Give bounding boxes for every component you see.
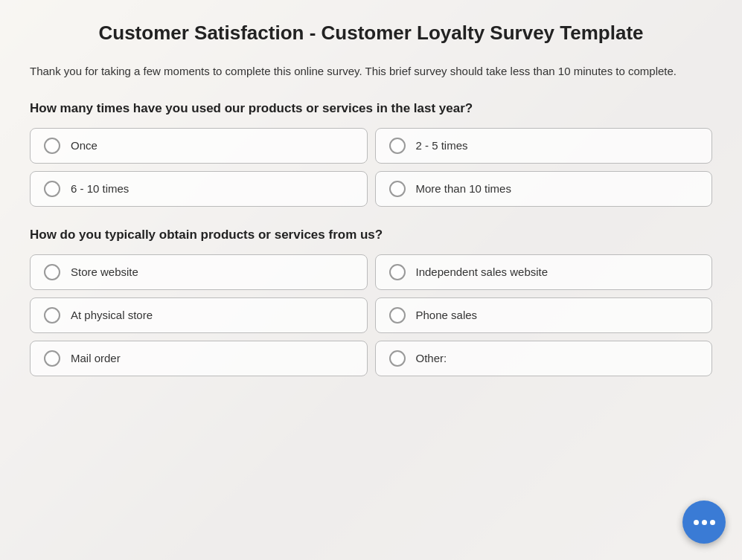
question2-options: Store website Independent sales website … xyxy=(30,254,712,376)
radio-phone-sales xyxy=(389,307,406,324)
option-other[interactable]: Other: xyxy=(375,341,713,376)
intro-text: Thank you for taking a few moments to co… xyxy=(30,62,712,80)
chat-dot-2 xyxy=(702,520,707,525)
question2-section: How do you typically obtain products or … xyxy=(30,228,712,376)
option-10plus[interactable]: More than 10 times xyxy=(375,171,713,207)
option-10plus-label: More than 10 times xyxy=(416,182,511,195)
option-physical-store[interactable]: At physical store xyxy=(30,297,368,333)
option-6-10[interactable]: 6 - 10 times xyxy=(30,171,368,207)
radio-other xyxy=(389,350,406,367)
option-phone-sales-label: Phone sales xyxy=(416,309,478,321)
option-once-label: Once xyxy=(71,139,97,152)
radio-2-5 xyxy=(389,138,406,154)
chat-dot-3 xyxy=(710,520,715,525)
question2-label: How do you typically obtain products or … xyxy=(30,228,712,242)
radio-mail-order xyxy=(44,350,60,367)
option-2-5[interactable]: 2 - 5 times xyxy=(375,128,713,164)
survey-content: Customer Satisfaction - Customer Loyalty… xyxy=(0,0,742,560)
radio-6-10 xyxy=(44,181,60,197)
option-other-label: Other: xyxy=(416,352,447,364)
question1-label: How many times have you used our product… xyxy=(30,101,712,116)
radio-once xyxy=(44,138,60,154)
option-independent-sales-label: Independent sales website xyxy=(416,265,548,278)
option-physical-store-label: At physical store xyxy=(71,309,153,321)
option-mail-order-label: Mail order xyxy=(71,352,121,364)
radio-store-website xyxy=(44,264,60,280)
option-store-website[interactable]: Store website xyxy=(30,254,368,290)
chat-dot-1 xyxy=(694,520,699,525)
question1-options: Once 2 - 5 times 6 - 10 times More than … xyxy=(30,128,712,207)
option-store-website-label: Store website xyxy=(71,265,138,278)
chat-button[interactable] xyxy=(682,501,726,544)
option-mail-order[interactable]: Mail order xyxy=(30,341,368,376)
option-phone-sales[interactable]: Phone sales xyxy=(375,297,713,333)
radio-physical-store xyxy=(44,307,60,324)
page-title: Customer Satisfaction - Customer Loyalty… xyxy=(30,21,712,46)
option-independent-sales[interactable]: Independent sales website xyxy=(375,254,713,290)
chat-dots xyxy=(694,520,715,525)
option-once[interactable]: Once xyxy=(30,128,368,164)
option-6-10-label: 6 - 10 times xyxy=(71,182,129,195)
radio-10plus xyxy=(389,181,406,197)
option-2-5-label: 2 - 5 times xyxy=(416,139,468,152)
radio-independent-sales xyxy=(389,264,406,280)
question1-section: How many times have you used our product… xyxy=(30,101,712,207)
